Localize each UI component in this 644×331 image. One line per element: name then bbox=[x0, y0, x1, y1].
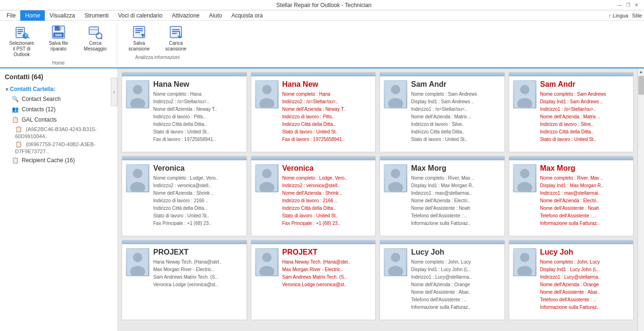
card-details: Nome completo : Lodge, Vero..Indirizzo2 … bbox=[153, 174, 243, 227]
card-detail: Hana Neway Tech. (Hana@stei.. bbox=[282, 258, 372, 266]
sidebar-item-guid-1[interactable]: 📋 {A9E2BC46-B3A0-4243-B315-60D9910044.. bbox=[4, 125, 114, 140]
guid-1-icon: 📋 bbox=[15, 126, 23, 133]
svg-point-30 bbox=[391, 85, 400, 94]
card-header bbox=[251, 240, 376, 244]
card-detail: Telefono dell'Assistente : .. bbox=[540, 212, 630, 220]
card-body: PROJEXTHana Neway Tech. (Hana@stel..Max … bbox=[122, 244, 247, 292]
contact-card[interactable]: VeronicaNome completo : Lodge, Vero..Ind… bbox=[251, 156, 376, 236]
minimize-button[interactable]: — bbox=[616, 1, 623, 9]
card-detail: Indirizzo di lavoro : 2166 .. bbox=[153, 197, 243, 205]
lang-label[interactable]: ↑ Lingua bbox=[609, 13, 628, 18]
contact-card[interactable]: Lucy JohNome completo : John, LucyDispla… bbox=[509, 240, 634, 320]
card-detail: Nome dell'Assistente : Noah bbox=[411, 205, 501, 212]
menu-file[interactable]: File bbox=[2, 10, 20, 21]
ribbon-btn-salva[interactable]: Salva file riparato bbox=[41, 23, 76, 59]
content-area[interactable]: Hana NewNome completo : HanaIndirizzo2 :… bbox=[118, 68, 637, 331]
card-info: VeronicaNome completo : Lodge, Vero..Ind… bbox=[153, 164, 243, 227]
card-detail: Nome completo : Hana bbox=[282, 91, 372, 98]
card-header bbox=[380, 73, 504, 76]
svg-point-39 bbox=[262, 169, 272, 178]
card-body: Sam AndrNome completo : Sam AndrewsDispl… bbox=[380, 76, 504, 147]
card-header bbox=[122, 157, 247, 160]
contact-card[interactable]: Hana NewNome completo : HanaIndirizzo2 :… bbox=[122, 72, 247, 152]
svg-point-33 bbox=[520, 85, 529, 94]
sidebar-item-recipient-cache[interactable]: 📋 Recipient Cache (16) bbox=[4, 155, 114, 166]
gal-contacts-icon: 📋 bbox=[11, 116, 19, 124]
maximize-button[interactable]: ❐ bbox=[624, 1, 632, 9]
scroll-up-arrow[interactable]: ▲ bbox=[638, 68, 644, 75]
card-detail: Nome dell'Azienda : Electri.. bbox=[411, 197, 501, 205]
card-name: Max Morg bbox=[411, 164, 501, 173]
menu-aiuto[interactable]: Aiuto bbox=[204, 10, 226, 21]
ribbon-group-analizza: Salva scansione Carica scansione Analizz… bbox=[121, 23, 194, 60]
menu-acquista[interactable]: Acquista ora bbox=[227, 10, 268, 21]
sidebar-item-guid-2[interactable]: 📋 {06967759-274D-40B2-A3EB-D7F9E73727.. bbox=[4, 140, 114, 155]
ribbon-btn-cerca[interactable]: Cerca Messaggio bbox=[77, 23, 113, 59]
ribbon-group-home: 🔍 Selezionare il PST di Outlook Salva fi… bbox=[4, 23, 113, 66]
card-detail: Indirizzo Città della Ditta.. bbox=[282, 205, 372, 212]
contact-card[interactable]: Max MorgNome completo : River, Max ..Dis… bbox=[380, 156, 505, 236]
contact-card[interactable]: Max MorgNome completo : River, Max ..Dis… bbox=[509, 156, 634, 236]
svg-rect-2 bbox=[17, 31, 23, 32]
card-details: Hana Neway Tech. (Hana@stei..Max Morgan … bbox=[282, 258, 372, 289]
contact-card[interactable]: Lucy JohNome completo : John, LucyDispla… bbox=[380, 240, 505, 320]
sidebar-item-contacts[interactable]: 👥 Contacts (12) bbox=[4, 104, 114, 115]
card-detail: Nome dell'Azienda : Shrink .. bbox=[153, 190, 243, 197]
card-avatar bbox=[255, 248, 279, 276]
menu-attivazione[interactable]: Attivazione bbox=[167, 10, 205, 21]
card-detail: Nome dell'Azienda : Orange bbox=[411, 281, 501, 289]
menu-voci-calendario[interactable]: Voci di calendario bbox=[114, 10, 167, 21]
card-detail: Indirizzo1 : /o=Stellar/ou=.. bbox=[411, 106, 501, 113]
sidebar-section-header[interactable]: ▾ Contatti Cartella: bbox=[4, 84, 114, 94]
contact-card[interactable]: Sam AndrNome completo : Sam AndrewsDispl… bbox=[380, 72, 505, 152]
card-detail: Max Morgan River - Electric.. bbox=[153, 266, 243, 273]
card-detail: Indirizzo di lavoro : Pitts.. bbox=[282, 113, 372, 121]
svg-rect-10 bbox=[55, 34, 62, 36]
card-detail: Informazione sulla Fatturaz.. bbox=[411, 220, 501, 227]
card-detail: Max Morgan River - Electric.. bbox=[282, 266, 372, 273]
svg-text:🔍: 🔍 bbox=[24, 33, 29, 39]
card-detail: Display Ind1 : Sam Andrews .. bbox=[540, 98, 630, 106]
menu-bar: File Home Visualizza Strumenti Voci di c… bbox=[0, 10, 644, 21]
card-info: Hana NewNome completo : HanaIndirizzo2 :… bbox=[153, 80, 243, 143]
ribbon-btn-salva-scansione[interactable]: Salva scansione bbox=[121, 23, 157, 54]
card-detail: Nome completo : River, Max .. bbox=[540, 174, 630, 182]
card-avatar bbox=[126, 80, 149, 108]
card-detail: Display Ind1 : Lucy John (L.. bbox=[411, 266, 501, 273]
style-label[interactable]: Stile bbox=[632, 13, 642, 18]
ribbon-analizza-label: Analizza informazioni bbox=[121, 55, 194, 60]
contact-card[interactable]: VeronicaNome completo : Lodge, Vero..Ind… bbox=[122, 156, 247, 236]
menu-home[interactable]: Home bbox=[20, 10, 45, 21]
card-detail: Stato di lavoro : United St.. bbox=[540, 136, 630, 143]
card-name: Lucy Joh bbox=[540, 248, 630, 257]
svg-line-14 bbox=[101, 38, 102, 39]
sidebar-collapse-btn[interactable]: ‹ bbox=[111, 78, 117, 106]
card-detail: Indirizzo di lavoro : Pitts.. bbox=[153, 113, 243, 121]
card-body: Sam AndrNome completo : Sam AndrewsDispl… bbox=[509, 76, 634, 147]
ribbon-btn-carica-scansione[interactable]: Carica scansione bbox=[158, 23, 194, 54]
contact-card[interactable]: PROJEXTHana Neway Tech. (Hana@stel..Max … bbox=[122, 240, 247, 320]
card-header bbox=[509, 240, 634, 244]
scroll-thumb[interactable] bbox=[638, 76, 644, 95]
ribbon-btn-selezionare[interactable]: 🔍 Selezionare il PST di Outlook bbox=[4, 23, 40, 59]
svg-rect-16 bbox=[135, 28, 143, 29]
svg-point-27 bbox=[262, 85, 272, 94]
contact-card[interactable]: PROJEXTHana Neway Tech. (Hana@stei..Max … bbox=[251, 240, 376, 320]
sidebar-item-contact-search[interactable]: 🔍 Contact Search bbox=[4, 94, 114, 104]
card-info: Max MorgNome completo : River, Max ..Dis… bbox=[540, 164, 630, 227]
menu-strumenti[interactable]: Strumenti bbox=[80, 10, 113, 21]
right-scrollbar[interactable]: ▲ ▼ bbox=[637, 68, 644, 331]
card-detail: Fax di lavoro : 19725658941.. bbox=[153, 136, 243, 143]
contact-card[interactable]: Hana NewNome completo : HanaIndirizzo2 :… bbox=[251, 72, 376, 152]
menu-visualizza[interactable]: Visualizza bbox=[45, 10, 80, 21]
close-button[interactable]: ✕ bbox=[633, 1, 640, 9]
svg-point-48 bbox=[133, 253, 142, 262]
salva-icon bbox=[51, 25, 66, 40]
card-header bbox=[509, 157, 634, 160]
card-name: Sam Andr bbox=[540, 80, 630, 89]
card-avatar bbox=[126, 164, 149, 192]
card-detail: Nome completo : John, Lucy bbox=[411, 258, 501, 266]
card-avatar bbox=[255, 80, 279, 108]
contact-card[interactable]: Sam AndrNome completo : Sam AndrewsDispl… bbox=[509, 72, 634, 152]
sidebar-item-gal-contacts[interactable]: 📋 GAL Contacts bbox=[4, 115, 114, 125]
